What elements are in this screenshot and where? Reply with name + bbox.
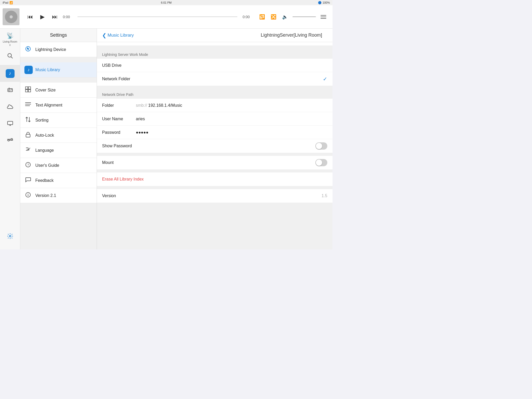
network-drive-path-label: Network Drive Path — [97, 89, 332, 99]
shuffle-button[interactable]: 🔀 — [270, 13, 277, 21]
settings-title: Settings — [50, 32, 67, 38]
folder-value: 192.168.1.4/Music — [148, 103, 182, 108]
settings-item-language[interactable]: Language — [20, 143, 97, 158]
username-row[interactable]: User Name aries — [97, 112, 332, 126]
content-header-title: LightningServer[Living Room] — [261, 32, 322, 38]
menu-line-3 — [321, 18, 326, 19]
toggle-knob-show-password — [316, 143, 322, 149]
network-folder-label: Network Folder — [102, 77, 323, 81]
settings-item-label-language: Language — [35, 148, 54, 153]
settings-item-label-users-guide: User's Guide — [35, 163, 59, 168]
sidebar-item-living-room[interactable]: 📡 Living Room ∨ — [0, 31, 20, 48]
repeat-button[interactable]: 🔁 — [258, 13, 266, 21]
settings-item-label-cover-size: Cover Size — [35, 88, 56, 92]
volume-slider[interactable] — [292, 16, 316, 17]
settings-item-auto-lock[interactable]: Auto-Lock — [20, 128, 97, 143]
svg-marker-8 — [9, 124, 11, 126]
search-icon — [7, 53, 13, 60]
radio-icon — [7, 87, 13, 94]
content-header: ❮ Music Library LightningServer[Living R… — [97, 29, 332, 42]
settings-item-lightning-device[interactable]: Lightning Device — [20, 42, 97, 57]
show-password-toggle[interactable] — [315, 142, 327, 150]
sidebar-item-eq[interactable] — [0, 132, 20, 149]
erase-button[interactable]: Erase All Library Index — [102, 177, 144, 182]
bluetooth-icon: 🔵 — [318, 1, 322, 4]
menu-line-1 — [321, 15, 326, 16]
folder-row[interactable]: Folder smb:// 192.168.1.4/Music — [97, 99, 332, 112]
settings-item-sorting[interactable]: Sorting — [20, 113, 97, 128]
server-work-mode-label: Lightning Server Work Mode — [97, 49, 332, 59]
status-bar: iPad 📶 6:01 PM 🔵 100% — [0, 0, 332, 5]
svg-point-15 — [9, 235, 11, 237]
svg-rect-18 — [28, 87, 31, 89]
volume-icon-button[interactable]: 🔈 — [281, 13, 289, 21]
menu-line-2 — [321, 17, 326, 17]
usb-drive-row[interactable]: USB Drive — [97, 59, 332, 72]
sidebar-bottom — [0, 228, 20, 245]
battery-label: 100% — [323, 1, 330, 4]
fast-forward-button[interactable]: ⏭ — [51, 12, 59, 21]
mount-label: Mount — [102, 160, 136, 165]
svg-point-9 — [8, 139, 9, 141]
sidebar-item-airplay[interactable] — [0, 116, 20, 132]
svg-point-10 — [11, 138, 12, 140]
password-value: ●●●●● — [136, 130, 148, 135]
svg-text:?: ? — [27, 163, 29, 167]
menu-button[interactable] — [320, 14, 327, 20]
wifi-icon: 📶 — [9, 1, 13, 4]
show-password-label: Show Password — [102, 144, 136, 148]
settings-item-feedback[interactable]: Feedback — [20, 173, 97, 188]
sidebar-item-settings[interactable] — [0, 228, 20, 245]
mount-row[interactable]: Mount — [97, 156, 332, 169]
usb-drive-label: USB Drive — [102, 63, 327, 68]
version-section: Version 1.5 — [97, 189, 332, 203]
help-icon: ? — [24, 162, 32, 169]
gear-icon — [7, 233, 13, 241]
settings-panel: Settings Lightning Device ♪ Music Libr — [20, 29, 97, 249]
svg-rect-26 — [26, 134, 30, 137]
sidebar-item-cloud[interactable] — [0, 99, 20, 116]
music-note-icon: ♪ — [6, 69, 15, 78]
settings-item-label-feedback: Feedback — [35, 178, 54, 183]
content-panel: ❮ Music Library LightningServer[Living R… — [97, 29, 332, 249]
cloud-icon — [7, 104, 13, 111]
settings-item-label-music-library: Music Library — [35, 68, 60, 72]
folder-protocol: smb:// — [136, 103, 147, 108]
password-row[interactable]: Password ●●●●● — [97, 126, 332, 139]
settings-item-label-text-alignment: Text Alignment — [35, 103, 62, 108]
lock-icon — [24, 132, 32, 139]
language-icon — [24, 147, 32, 154]
svg-rect-19 — [25, 90, 28, 92]
settings-list: Lightning Device ♪ Music Library — [20, 42, 97, 249]
erase-section: Erase All Library Index — [97, 172, 332, 186]
settings-item-version[interactable]: Version 2.1 — [20, 188, 97, 203]
svg-line-1 — [11, 57, 12, 58]
time-start: 0:00 — [63, 15, 72, 19]
work-mode-card: USB Drive Network Folder ✓ — [97, 59, 332, 86]
network-folder-row[interactable]: Network Folder ✓ — [97, 72, 332, 86]
settings-item-music-library[interactable]: ♪ Music Library — [20, 62, 97, 77]
svg-rect-17 — [25, 87, 28, 89]
settings-item-cover-size[interactable]: Cover Size — [20, 83, 97, 98]
content-body: Lightning Server Work Mode USB Drive Net… — [97, 42, 332, 249]
status-left: iPad 📶 — [3, 1, 13, 4]
version-value: 1.5 — [322, 194, 327, 198]
scroll-top-hint — [97, 42, 332, 46]
sidebar-item-search[interactable] — [0, 48, 20, 65]
settings-item-users-guide[interactable]: ? User's Guide — [20, 158, 97, 173]
sidebar-item-radio[interactable] — [0, 82, 20, 99]
back-button[interactable]: ❮ Music Library — [102, 32, 134, 38]
mount-toggle[interactable] — [315, 159, 327, 166]
back-label: Music Library — [108, 33, 134, 38]
transport-controls: ⏮ ▶ ⏭ — [26, 12, 59, 21]
play-button[interactable]: ▶ — [39, 12, 46, 21]
mount-card: Mount — [97, 156, 332, 169]
settings-item-text-alignment[interactable]: Text Alignment — [20, 98, 97, 113]
lightning-device-icon — [24, 46, 32, 53]
settings-item-label-version: Version 2.1 — [35, 193, 56, 198]
sidebar-item-music[interactable]: ♪ — [0, 65, 20, 82]
rewind-button[interactable]: ⏮ — [26, 12, 34, 21]
show-password-row[interactable]: Show Password — [97, 139, 332, 153]
time-end: 0:00 — [243, 15, 252, 19]
progress-bar[interactable] — [77, 16, 237, 17]
